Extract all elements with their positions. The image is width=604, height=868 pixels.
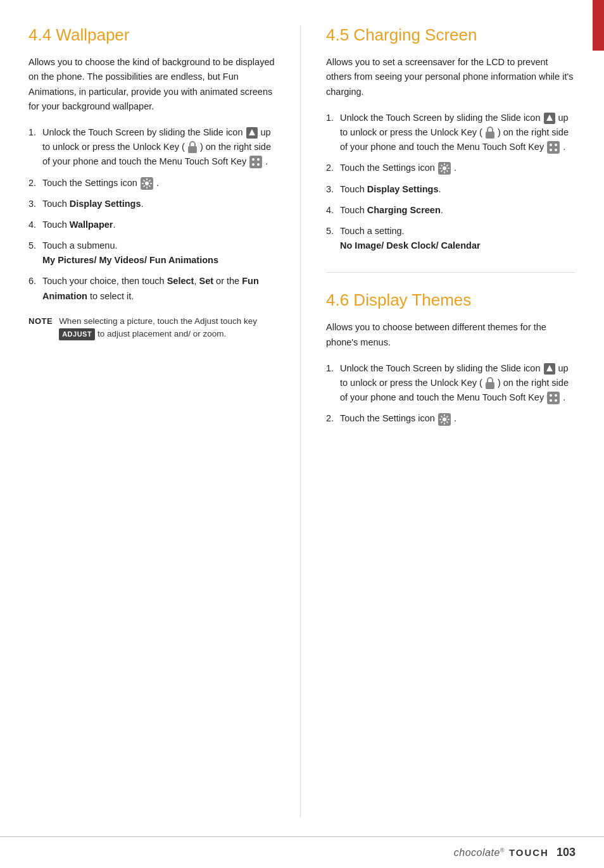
step-num: 1.: [28, 125, 42, 140]
svg-rect-21: [547, 141, 560, 154]
settings-icon: [140, 177, 154, 190]
charging-step-3: 3. Touch Display Settings.: [326, 182, 576, 197]
step-bold: Set: [199, 276, 213, 286]
svg-point-7: [257, 163, 260, 166]
step-num: 1.: [326, 111, 340, 125]
svg-point-5: [257, 158, 260, 161]
main-content: 4.4 Wallpaper Allows you to choose the k…: [0, 0, 604, 836]
right-column: 4.5 Charging Screen Allows you to set a …: [301, 25, 576, 817]
menu-soft-key-icon: [546, 391, 560, 405]
unlock-key-icon: [187, 141, 198, 154]
svg-point-4: [252, 158, 255, 161]
section-themes: 4.6 Display Themes Allows you to choose …: [326, 290, 576, 426]
step-num: 3.: [326, 182, 340, 197]
page: 4.4 Wallpaper Allows you to choose the k…: [0, 0, 604, 868]
step-content: Touch Wallpaper.: [42, 218, 275, 232]
red-tab: [593, 0, 604, 51]
svg-point-41: [555, 394, 557, 397]
themes-title: 4.6 Display Themes: [326, 290, 576, 310]
step-content: Touch a submenu. My Pictures/ My Videos/…: [42, 239, 275, 268]
step-num: 2.: [28, 176, 42, 190]
wallpaper-step-1: 1. Unlock the Touch Screen by sliding th…: [28, 125, 275, 170]
step-bold: Charging Screen: [367, 205, 441, 215]
unlock-key-icon: [485, 127, 495, 139]
wallpaper-title: 4.4 Wallpaper: [28, 25, 275, 45]
section-charging: 4.5 Charging Screen Allows you to set a …: [326, 25, 576, 253]
svg-rect-20: [486, 132, 494, 139]
themes-step-1: 1. Unlock the Touch Screen by sliding th…: [326, 361, 576, 406]
charging-step-4: 4. Touch Charging Screen.: [326, 203, 576, 218]
step-content: Touch Display Settings.: [340, 182, 576, 197]
wallpaper-step-2: 2. Touch the Settings icon .: [28, 176, 275, 190]
charging-step-2: 2. Touch the Settings icon .: [326, 161, 576, 175]
slide-up-icon: [543, 363, 556, 375]
svg-point-27: [443, 166, 446, 170]
charging-steps: 1. Unlock the Touch Screen by sliding th…: [326, 111, 576, 254]
charging-step-5: 5. Touch a setting. No Image/ Desk Clock…: [326, 224, 576, 253]
note-block: NOTE When selecting a picture, touch the…: [28, 315, 275, 341]
wallpaper-steps: 1. Unlock the Touch Screen by sliding th…: [28, 125, 275, 304]
wallpaper-step-3: 3. Touch Display Settings.: [28, 197, 275, 211]
step-num: 2.: [326, 161, 340, 175]
submenu-options: My Pictures/ My Videos/ Fun Animations: [42, 255, 218, 265]
step-content: Touch the Settings icon .: [340, 411, 576, 426]
svg-rect-39: [547, 392, 560, 404]
wallpaper-step-6: 6. Touch your choice, then touch Select,…: [28, 274, 275, 303]
step-content: Touch a setting. No Image/ Desk Clock/ C…: [340, 224, 576, 253]
page-number: 103: [557, 846, 576, 859]
note-text: When selecting a picture, touch the Adju…: [59, 315, 275, 341]
menu-soft-key-icon: [546, 140, 560, 154]
step-bold: Select: [167, 276, 194, 286]
footer: chocolate® TOUCH 103: [0, 836, 604, 868]
wallpaper-step-5: 5. Touch a submenu. My Pictures/ My Vide…: [28, 239, 275, 268]
svg-point-43: [555, 399, 557, 402]
step-content: Touch the Settings icon .: [42, 176, 275, 190]
brand-name: chocolate®: [454, 847, 505, 858]
charging-title: 4.5 Charging Screen: [326, 25, 576, 45]
step-bold: Wallpaper: [70, 220, 113, 230]
step-content: Touch the Settings icon .: [340, 161, 576, 175]
step-num: 6.: [28, 274, 42, 288]
brand-touch: TOUCH: [509, 847, 549, 858]
themes-desc: Allows you to choose between different t…: [326, 320, 576, 349]
themes-steps: 1. Unlock the Touch Screen by sliding th…: [326, 361, 576, 426]
unlock-key-icon: [485, 377, 495, 390]
charging-step-1: 1. Unlock the Touch Screen by sliding th…: [326, 111, 576, 155]
submenu-options: No Image/ Desk Clock/ Calendar: [340, 240, 481, 251]
slide-up-icon: [543, 112, 556, 125]
footer-brand: chocolate® TOUCH: [454, 846, 549, 858]
wallpaper-step-4: 4. Touch Wallpaper.: [28, 218, 275, 232]
svg-point-9: [145, 182, 149, 185]
svg-rect-3: [249, 156, 262, 168]
settings-icon: [437, 161, 451, 175]
section-wallpaper: 4.4 Wallpaper Allows you to choose the k…: [28, 25, 275, 340]
note-label: NOTE: [28, 315, 53, 328]
svg-point-23: [555, 144, 557, 146]
step-bold: Display Settings: [367, 184, 439, 194]
step-content: Touch Display Settings.: [42, 197, 275, 211]
step-content: Unlock the Touch Screen by sliding the S…: [340, 111, 576, 155]
svg-point-22: [550, 144, 552, 146]
svg-point-42: [550, 399, 552, 402]
step-bold: Display Settings: [70, 199, 141, 209]
left-column: 4.4 Wallpaper Allows you to choose the k…: [28, 25, 301, 817]
step-content: Touch Charging Screen.: [340, 203, 576, 218]
slide-up-icon: [246, 127, 258, 139]
svg-point-24: [550, 149, 552, 151]
adjust-button: ADJUST: [59, 328, 95, 340]
svg-point-45: [443, 418, 446, 421]
step-num: 4.: [28, 218, 42, 232]
step-bold: Fun Animation: [42, 276, 259, 301]
svg-rect-38: [486, 382, 494, 389]
svg-rect-2: [188, 146, 197, 153]
step-num: 4.: [326, 203, 340, 218]
step-content: Unlock the Touch Screen by sliding the S…: [340, 361, 576, 406]
svg-point-6: [252, 163, 255, 166]
step-num: 1.: [326, 361, 340, 376]
wallpaper-desc: Allows you to choose the kind of backgro…: [28, 55, 275, 114]
step-content: Touch your choice, then touch Select, Se…: [42, 274, 275, 303]
svg-point-40: [550, 394, 552, 397]
themes-step-2: 2. Touch the Settings icon .: [326, 411, 576, 426]
step-num: 3.: [28, 197, 42, 211]
svg-point-25: [555, 149, 557, 151]
